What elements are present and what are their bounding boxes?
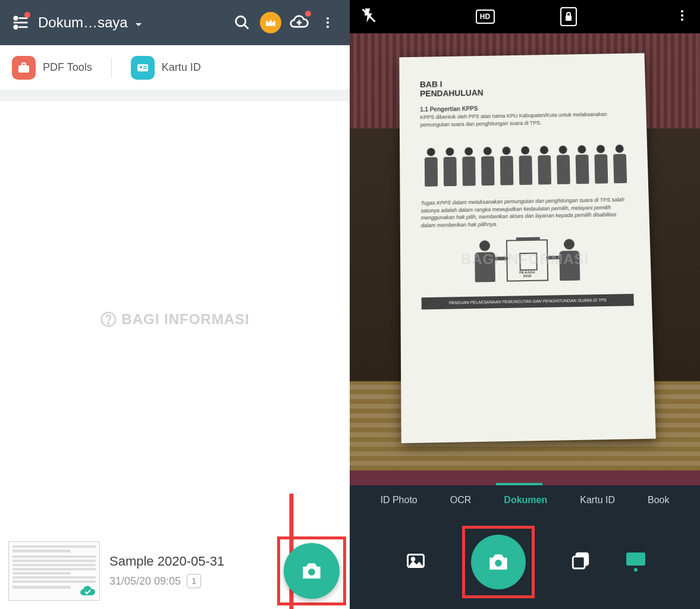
camera-icon bbox=[299, 558, 325, 584]
mode-kartuid[interactable]: Kartu ID bbox=[580, 495, 615, 506]
more-button[interactable] bbox=[314, 9, 341, 36]
svg-point-22 bbox=[308, 569, 315, 576]
watermark: BAGI INFORMASI bbox=[100, 311, 249, 328]
svg-point-15 bbox=[140, 66, 142, 68]
document-datetime: 31/05/20 09:05 bbox=[109, 575, 181, 588]
id-card-label: Kartu ID bbox=[162, 61, 201, 74]
mode-ocr[interactable]: OCR bbox=[450, 495, 472, 506]
cloud-check-icon bbox=[79, 585, 97, 598]
folder-title: Dokum…saya bbox=[38, 14, 128, 31]
premium-button[interactable] bbox=[257, 9, 284, 36]
folder-dropdown[interactable]: Dokum…saya bbox=[38, 14, 142, 31]
cloud-upload-button[interactable] bbox=[285, 9, 313, 36]
camera-bottom-bar bbox=[350, 515, 700, 609]
svg-line-6 bbox=[244, 25, 248, 29]
notification-badge bbox=[24, 12, 30, 18]
briefcase-icon bbox=[12, 56, 36, 80]
tool-row: PDF Tools Kartu ID bbox=[0, 45, 350, 90]
left-screenshot: Dokum…saya bbox=[0, 0, 350, 609]
scan-fab-button[interactable] bbox=[284, 543, 340, 599]
hd-toggle[interactable]: HD bbox=[476, 10, 495, 24]
svg-point-5 bbox=[236, 17, 246, 26]
svg-point-26 bbox=[681, 14, 683, 17]
mode-dokumen[interactable]: Dokumen bbox=[504, 495, 547, 506]
camera-icon bbox=[485, 549, 511, 575]
flash-off-button[interactable] bbox=[360, 7, 377, 26]
svg-rect-24 bbox=[566, 15, 572, 21]
scanned-document: BAB I PENDAHULUAN 1.1 Pengertian KPPS KP… bbox=[399, 53, 655, 443]
svg-rect-32 bbox=[573, 557, 585, 569]
camera-viewfinder[interactable]: BAB I PENDAHULUAN 1.1 Pengertian KPPS KP… bbox=[350, 33, 700, 485]
svg-point-3 bbox=[14, 26, 18, 29]
document-thumbnail bbox=[8, 541, 100, 601]
cloud-badge bbox=[305, 11, 311, 17]
active-tab-indicator bbox=[496, 483, 542, 485]
single-page-toggle[interactable] bbox=[626, 553, 645, 572]
pdf-tools-label: PDF Tools bbox=[43, 61, 92, 74]
svg-rect-12 bbox=[18, 65, 29, 73]
doc-para2: Tugas KPPS dalam melaksanakan pemungutan… bbox=[420, 196, 632, 230]
pdf-tools-button[interactable]: PDF Tools bbox=[12, 56, 92, 80]
id-card-button[interactable]: Kartu ID bbox=[131, 56, 201, 80]
svg-rect-17 bbox=[143, 68, 147, 69]
gallery-button[interactable] bbox=[405, 550, 426, 574]
divider bbox=[111, 58, 112, 78]
chevron-down-icon bbox=[135, 14, 142, 31]
svg-point-29 bbox=[412, 558, 415, 561]
section-divider bbox=[0, 90, 350, 101]
id-card-icon bbox=[131, 56, 155, 80]
page-count-badge: 1 bbox=[187, 574, 201, 588]
svg-rect-13 bbox=[22, 63, 26, 65]
svg-point-27 bbox=[681, 18, 683, 21]
document-list-area: BAGI INFORMASI bbox=[0, 101, 350, 538]
watermark: BAGI INFORMASI bbox=[461, 251, 589, 268]
right-screenshot: HD BAB I PENDAHULUAN 1.1 Pengertian KPPS… bbox=[350, 0, 700, 609]
scan-mode-tabs: ID Photo OCR Dokumen Kartu ID Book bbox=[350, 485, 700, 515]
svg-point-19 bbox=[108, 323, 109, 324]
svg-point-11 bbox=[327, 26, 329, 28]
mode-book[interactable]: Book bbox=[648, 495, 669, 506]
svg-point-30 bbox=[495, 560, 502, 567]
svg-rect-16 bbox=[143, 66, 147, 67]
doc-line1: KPPS dibentuk oleh PPS atas nama KPU Kab… bbox=[420, 110, 629, 128]
svg-point-0 bbox=[14, 17, 18, 20]
search-button[interactable] bbox=[228, 9, 256, 36]
svg-point-10 bbox=[327, 21, 329, 24]
watermark-text: BAGI INFORMASI bbox=[121, 311, 249, 328]
svg-point-25 bbox=[681, 10, 683, 12]
shutter-highlight bbox=[462, 526, 535, 598]
illustration-people-row bbox=[420, 133, 630, 189]
fab-highlight bbox=[277, 536, 346, 605]
mode-idphoto[interactable]: ID Photo bbox=[381, 495, 418, 506]
shutter-button[interactable] bbox=[471, 535, 526, 589]
multi-page-button[interactable] bbox=[570, 551, 591, 573]
orientation-lock[interactable] bbox=[560, 7, 577, 26]
doc-footer: PANDUAN PELAKSANAAN PEMUNGUTAN DAN PENGH… bbox=[421, 294, 633, 309]
menu-button[interactable] bbox=[8, 11, 32, 34]
app-header: Dokum…saya bbox=[0, 0, 350, 45]
camera-more-button[interactable] bbox=[675, 8, 689, 25]
svg-point-9 bbox=[327, 17, 329, 20]
camera-top-bar: HD bbox=[350, 0, 700, 33]
